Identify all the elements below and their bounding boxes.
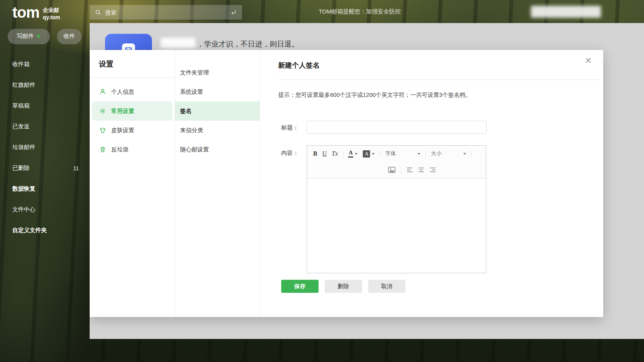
settings-nav-column: 设置 个人信息 常用设置 [90,50,175,317]
background-color-button[interactable]: A [363,150,375,158]
toolbar-separator [401,166,401,173]
save-button[interactable]: 保存 [281,280,319,293]
screen: { "brand": { "logo": "tom", "product": "… [0,0,644,362]
sidebar-item-flagged[interactable]: 红旗邮件 [0,75,90,96]
content-field-label: 内容： [281,149,299,157]
toolbar-separator [471,150,472,157]
signature-content-area[interactable] [307,178,486,273]
underline-button[interactable]: U [322,151,327,157]
panel-title: 新建个人签名 [278,61,320,70]
settings-nav-common-settings[interactable]: 常用设置 [92,101,172,121]
topbar: TOM邮箱提醒您：加强安全防控 [0,0,644,23]
clear-format-button[interactable]: Tx [332,151,338,157]
align-center-icon[interactable] [418,167,424,173]
font-size-dropdown[interactable]: 大小 [431,150,466,157]
signature-title-input[interactable] [307,121,487,134]
insert-image-button[interactable] [388,167,395,173]
redacted-username [161,38,195,48]
toolbar-separator [380,150,380,157]
sidebar-actions: 写邮件 + 收件 [8,29,90,44]
sidebar-menu: 收件箱 红旗邮件 草稿箱 已发送 垃圾邮件 已删除 11 数据恢复 文件中心 自… [0,54,90,241]
toolbar-separator [343,150,343,157]
align-left-icon[interactable] [407,167,413,173]
sidebar: tom 企业邮 qy.tom 写邮件 + 收件 收件箱 红旗邮件 草稿箱 已发送… [0,0,90,362]
font-color-button[interactable]: A [348,150,358,158]
font-color-bar [348,156,353,158]
chevron-down-icon [463,153,466,155]
action-buttons: 保存 删除 取消 [281,280,405,293]
enter-icon[interactable] [230,9,237,15]
settings-modal: 设置 个人信息 常用设置 [90,50,603,317]
plus-icon: + [36,32,41,40]
sidebar-item-drafts[interactable]: 草稿箱 [0,96,90,116]
gear-icon [99,108,106,115]
close-icon[interactable]: × [585,55,592,66]
brand-domain: qy.tom [43,14,60,21]
panel-divider [278,80,603,80]
compose-button[interactable]: 写邮件 + [8,29,50,44]
font-family-dropdown[interactable]: 字体 [385,150,420,157]
tom-logo: tom [12,4,39,21]
person-icon [99,88,106,95]
sidebar-item-file-center[interactable]: 文件中心 [0,199,90,220]
signature-hint: 提示：您可设置最多600个汉字或1200个英文字符；一共可设置3个签名档。 [278,91,471,99]
chevron-down-icon [355,153,358,155]
sidebar-item-spam[interactable]: 垃圾邮件 [0,137,90,158]
security-notice: TOM邮箱提醒您：加强安全防控 [287,8,433,15]
chevron-down-icon [372,153,375,155]
receive-button[interactable]: 收件 [57,29,82,44]
delete-button[interactable]: 删除 [325,280,362,293]
rich-text-editor: B U Tx A A [307,145,486,273]
brand-product: 企业邮 [43,7,60,14]
toolbar-separator [425,150,426,157]
redacted-account [531,6,601,18]
shirt-icon [99,127,106,134]
subnav-mail-classification[interactable]: 来信分类 [175,121,260,140]
editor-toolbar: B U Tx A A [307,146,486,178]
settings-nav-skin-settings[interactable]: 皮肤设置 [92,121,172,140]
settings-nav-personal-info[interactable]: 个人信息 [92,82,172,101]
subnav-folder-management[interactable]: 文件夹管理 [175,63,260,82]
search-input[interactable] [105,9,227,16]
brand: tom 企业邮 qy.tom [0,0,90,21]
search-box[interactable] [90,5,242,20]
chevron-down-icon [417,153,420,155]
signature-panel: × 新建个人签名 提示：您可设置最多600个汉字或1200个英文字符；一共可设置… [260,50,603,317]
subnav-signature[interactable]: 签名 [175,101,260,121]
settings-nav-anti-spam[interactable]: 反垃圾 [92,140,172,159]
sidebar-item-custom-folders[interactable]: 自定义文件夹 [0,220,90,241]
bold-button[interactable]: B [313,151,317,157]
settings-subnav-column: 文件夹管理 系统设置 签名 来信分类 随心邮设置 [175,50,260,317]
subnav-suixin-mail-settings[interactable]: 随心邮设置 [175,140,260,159]
sidebar-item-sent[interactable]: 已发送 [0,116,90,137]
greeting-text: ，学业才识，不日进，则日退。 [197,39,299,49]
cancel-button[interactable]: 取消 [368,280,405,293]
settings-title: 设置 [90,59,175,78]
sidebar-item-inbox[interactable]: 收件箱 [0,54,90,75]
subnav-system-settings[interactable]: 系统设置 [175,82,260,101]
align-right-icon[interactable] [430,167,436,173]
sidebar-item-data-recovery[interactable]: 数据恢复 [0,179,90,199]
sidebar-item-deleted[interactable]: 已删除 11 [0,158,90,179]
trash-icon [99,146,106,153]
deleted-count-badge: 11 [73,165,79,171]
title-field-label: 标题： [281,124,299,131]
search-icon [95,9,101,15]
